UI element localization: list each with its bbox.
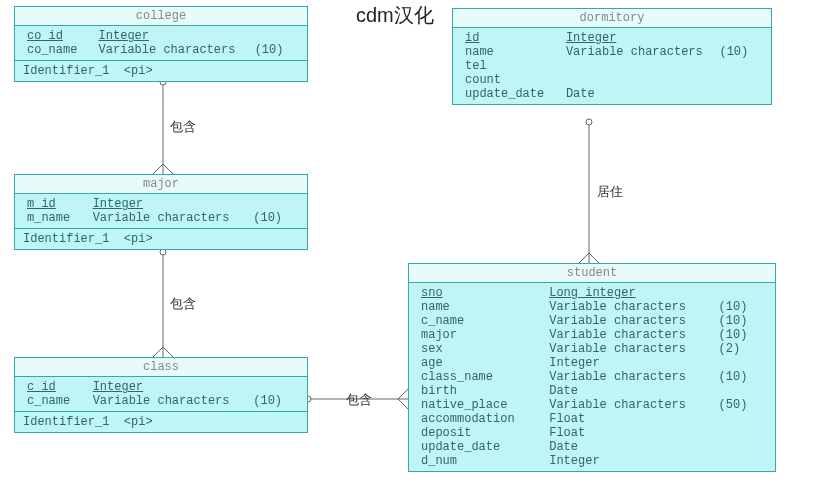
- attribute-cell: (10): [249, 211, 290, 225]
- attribute-row: update_dateDate: [417, 440, 767, 454]
- attribute-cell: update_date: [461, 87, 553, 101]
- attribute-row: nameVariable characters(10): [461, 45, 763, 59]
- attribute-cell: Float: [545, 426, 714, 440]
- attribute-cell: [290, 43, 299, 57]
- attribute-cell: Integer: [89, 380, 250, 394]
- entity-attributes: idIntegernameVariable characters(10)telc…: [453, 28, 771, 104]
- attribute-cell: [758, 300, 767, 314]
- attribute-cell: [758, 286, 767, 300]
- attribute-cell: [536, 454, 545, 468]
- entity-attributes: m_idIntegerm_nameVariable characters(10): [15, 194, 307, 228]
- attribute-cell: Integer: [89, 197, 250, 211]
- attribute-row: c_nameVariable characters(10): [417, 314, 767, 328]
- entity-major: major m_idIntegerm_nameVariable characte…: [14, 174, 308, 250]
- attribute-cell: (10): [715, 300, 758, 314]
- attribute-cell: [80, 211, 89, 225]
- attribute-cell: [553, 59, 561, 73]
- rel-label-class-student: 包含: [346, 391, 372, 409]
- attribute-cell: [715, 59, 754, 73]
- attribute-cell: Date: [562, 87, 716, 101]
- attribute-cell: [754, 73, 763, 87]
- rel-label-major-class: 包含: [170, 295, 196, 313]
- attribute-cell: Variable characters: [545, 300, 714, 314]
- attribute-cell: Float: [545, 412, 714, 426]
- attribute-row: d_numInteger: [417, 454, 767, 468]
- attribute-cell: name: [461, 45, 553, 59]
- attribute-row: count: [461, 73, 763, 87]
- attribute-cell: [715, 454, 758, 468]
- attribute-cell: Variable characters: [95, 43, 251, 57]
- attribute-cell: c_id: [23, 380, 80, 394]
- attribute-row: update_dateDate: [461, 87, 763, 101]
- attribute-cell: Date: [545, 440, 714, 454]
- entity-identifier: Identifier_1 <pi>: [15, 411, 307, 432]
- attribute-cell: [536, 314, 545, 328]
- attribute-cell: Integer: [95, 29, 251, 43]
- entity-attributes: co_idIntegerco_nameVariable characters(1…: [15, 26, 307, 60]
- attribute-cell: [536, 356, 545, 370]
- rel-label-college-major: 包含: [170, 118, 196, 136]
- attribute-cell: [290, 394, 299, 408]
- attribute-cell: [553, 31, 561, 45]
- attribute-cell: tel: [461, 59, 553, 73]
- attribute-cell: name: [417, 300, 536, 314]
- attribute-cell: [562, 59, 716, 73]
- attribute-cell: update_date: [417, 440, 536, 454]
- attribute-cell: [754, 45, 763, 59]
- attribute-cell: [758, 314, 767, 328]
- attribute-cell: [86, 43, 95, 57]
- attribute-cell: [758, 440, 767, 454]
- attribute-cell: [758, 370, 767, 384]
- attribute-cell: Integer: [545, 454, 714, 468]
- svg-point-6: [586, 119, 592, 125]
- attribute-row: tel: [461, 59, 763, 73]
- attribute-cell: Variable characters: [545, 342, 714, 356]
- attribute-cell: Variable characters: [545, 370, 714, 384]
- attribute-cell: [290, 29, 299, 43]
- attribute-cell: major: [417, 328, 536, 342]
- entity-title: student: [409, 264, 775, 283]
- attribute-cell: [80, 380, 89, 394]
- entity-identifier: Identifier_1 <pi>: [15, 60, 307, 81]
- entity-identifier: Identifier_1 <pi>: [15, 228, 307, 249]
- attribute-cell: sex: [417, 342, 536, 356]
- entity-title: class: [15, 358, 307, 377]
- attribute-cell: [754, 31, 763, 45]
- attribute-cell: class_name: [417, 370, 536, 384]
- attribute-cell: co_id: [23, 29, 86, 43]
- attribute-row: m_idInteger: [23, 197, 299, 211]
- attribute-row: snoLong integer: [417, 286, 767, 300]
- attribute-cell: native_place: [417, 398, 536, 412]
- attribute-row: sexVariable characters(2): [417, 342, 767, 356]
- attribute-cell: [536, 440, 545, 454]
- attribute-row: co_idInteger: [23, 29, 299, 43]
- attribute-cell: [758, 412, 767, 426]
- attribute-cell: [536, 286, 545, 300]
- attribute-cell: m_name: [23, 211, 80, 225]
- attribute-row: birthDate: [417, 384, 767, 398]
- attribute-cell: [290, 211, 299, 225]
- attribute-cell: Variable characters: [545, 328, 714, 342]
- attribute-cell: [290, 197, 299, 211]
- attribute-cell: (10): [715, 328, 758, 342]
- attribute-cell: [715, 73, 754, 87]
- attribute-cell: (2): [715, 342, 758, 356]
- attribute-cell: d_num: [417, 454, 536, 468]
- attribute-cell: [715, 440, 758, 454]
- attribute-row: majorVariable characters(10): [417, 328, 767, 342]
- attribute-cell: [251, 29, 291, 43]
- attribute-cell: (50): [715, 398, 758, 412]
- attribute-cell: [86, 29, 95, 43]
- attribute-cell: [536, 412, 545, 426]
- attribute-cell: (10): [249, 394, 290, 408]
- attribute-cell: Variable characters: [545, 398, 714, 412]
- attribute-cell: [553, 45, 561, 59]
- attribute-cell: accommodation: [417, 412, 536, 426]
- attribute-cell: [715, 31, 754, 45]
- attribute-cell: [536, 384, 545, 398]
- attribute-cell: [715, 87, 754, 101]
- attribute-cell: deposit: [417, 426, 536, 440]
- attribute-cell: [80, 394, 89, 408]
- attribute-cell: [536, 370, 545, 384]
- attribute-cell: (10): [251, 43, 291, 57]
